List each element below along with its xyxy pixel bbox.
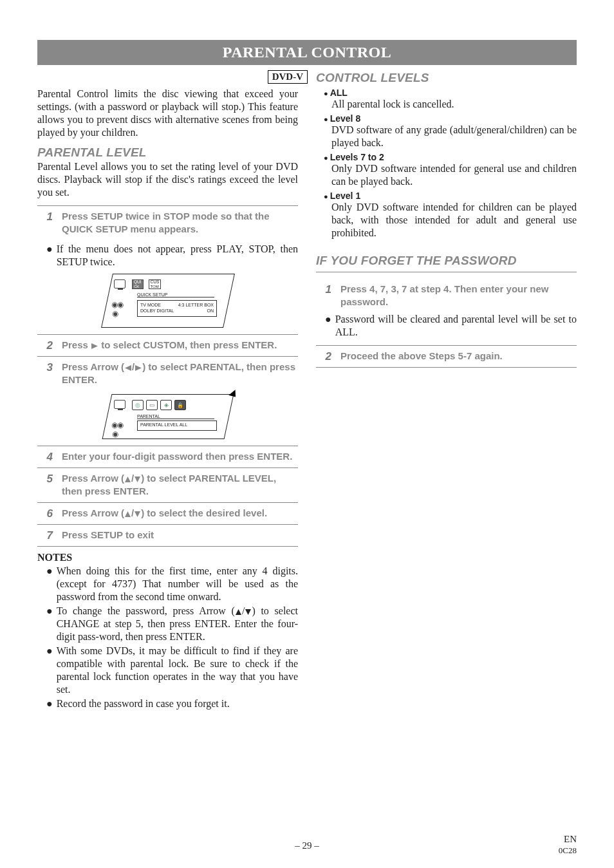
up-arrow-icon [124,511,131,518]
dvdv-badge: DVD-V [268,70,308,84]
svg-marker-1 [125,365,131,371]
note-text: To change the password, press Arrow (/) … [57,605,298,643]
step-number: 4 [37,450,53,464]
fp-step-2: 2 Proceed the above Steps 5-7 again. [316,345,577,368]
step-number: 6 [37,507,53,520]
svg-marker-4 [135,476,140,482]
step-text: Press Arrow (/) to select the desired le… [62,507,298,520]
step-number: 1 [316,283,331,296]
right-arrow-icon [91,343,98,350]
down-arrow-icon [134,476,141,483]
down-arrow-icon [245,609,252,616]
step-number: 2 [37,339,53,352]
level-7-2-desc: Only DVD software intended for general u… [331,162,577,188]
svg-marker-3 [125,476,131,482]
step1-note: ● If the menu does not appear, press PLA… [46,243,298,269]
quick-setup-diagram: ◉ ◉ ◉ QUICK CUSTOM QUICK SETUP TV MODE4:… [37,274,298,328]
step-7: 7 Press SETUP to exit [37,524,298,547]
step-number: 1 [37,210,53,223]
step-text: Press SETUP twice in STOP mode so that t… [62,210,298,236]
note-text: Record the password in case you forget i… [57,697,298,710]
fp-step-1: 1 Press 4, 7, 3, 7 at step 4. Then enter… [316,279,577,313]
step-text: Press to select CUSTOM, then press ENTER… [62,339,298,352]
step-text: Press 4, 7, 3, 7 at step 4. Then enter y… [340,283,577,309]
level-all-heading: ALL [324,88,577,98]
up-arrow-icon [124,476,131,483]
up-arrow-icon [235,609,242,616]
left-arrow-icon [124,364,132,372]
fp-note-text: Password will be cleared and parental le… [335,313,577,339]
level-7-2-heading: Levels 7 to 2 [324,152,577,162]
note-text: When doing this for the first time, ente… [57,565,298,603]
step-text: Press Arrow (/) to select PARENTAL, then… [62,361,298,387]
step1-note-text: If the menu does not appear, press PLAY,… [57,243,298,269]
svg-marker-5 [125,511,131,517]
svg-marker-6 [135,511,140,517]
step-text: Enter your four-digit password then pres… [62,450,298,463]
parental-diagram: ◉ ◉ ◉ ◎ ▭ ◈ 🔒 PARENTAL PARENTAL LEVEL AL… [37,394,298,439]
page-banner: PARENTAL CONTROL [37,40,577,65]
step-text: Press SETUP to exit [62,529,298,542]
level-8-heading: Level 8 [324,113,577,124]
right-arrow-icon [135,364,142,372]
step-5: 5 Press Arrow (/) to select PARENTAL LEV… [37,467,298,502]
down-arrow-icon [134,511,141,518]
page-number: – 29 – [0,840,614,851]
fp-note: ● Password will be cleared and parental … [325,313,577,339]
step-number: 3 [37,361,53,374]
control-levels-heading: CONTROL LEVELS [316,71,577,85]
svg-marker-2 [135,365,142,371]
level-all-desc: All parental lock is cancelled. [331,98,577,111]
svg-marker-0 [91,343,98,349]
step-2: 2 Press to select CUSTOM, then press ENT… [37,334,298,356]
footer-right: EN 0C28 [559,834,577,855]
note-text: With some DVDs, it may be difficult to f… [57,645,298,696]
step-number: 2 [316,350,331,363]
step-3: 3 Press Arrow (/) to select PARENTAL, th… [37,356,298,391]
svg-marker-8 [245,609,251,615]
step-6: 6 Press Arrow (/) to select the desired … [37,502,298,524]
intro-text: Parental Control limits the disc viewing… [37,88,298,139]
right-column: CONTROL LEVELS ALL All parental lock is … [316,88,577,712]
parental-level-desc: Parental Level allows you to set the rat… [37,160,298,199]
notes-heading: NOTES [37,552,298,563]
step-text: Press Arrow (/) to select PARENTAL LEVEL… [62,472,298,498]
step-1: 1 Press SETUP twice in STOP mode so that… [37,205,298,240]
forget-password-heading: IF YOU FORGET THE PASSWORD [316,254,577,268]
notes-list: ●When doing this for the first time, ent… [37,565,298,710]
left-column: Parental Control limits the disc viewing… [37,88,298,712]
level-8-desc: DVD software of any grade (adult/general… [331,124,577,149]
step-number: 7 [37,529,53,542]
parental-level-heading: PARENTAL LEVEL [37,146,298,160]
step-4: 4 Enter your four-digit password then pr… [37,446,298,467]
svg-marker-7 [236,609,241,615]
step-number: 5 [37,472,53,486]
step-text: Proceed the above Steps 5-7 again. [340,350,577,363]
level-1-desc: Only DVD software intended for children … [331,201,577,240]
level-1-heading: Level 1 [324,191,577,201]
